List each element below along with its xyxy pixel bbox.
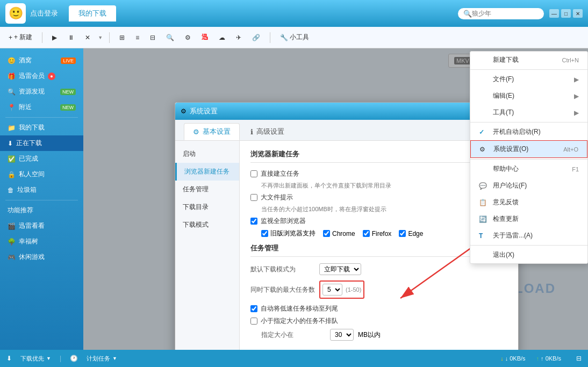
context-menu-item-file[interactable]: 文件(F) ▶ (470, 71, 587, 88)
firefox-checkbox[interactable] (363, 230, 370, 237)
sidebar-item-jiuwo[interactable]: 😊 酒窝 LIVE (0, 53, 83, 68)
modal-tabs: ⚙ 基本设置 ℹ 高级设置 (175, 120, 518, 141)
settings-button[interactable]: ⚙ (182, 32, 194, 43)
large-file-checkbox[interactable] (250, 194, 257, 201)
checkmark-icon: ✓ (479, 128, 490, 136)
copy-button[interactable]: ⊟ (147, 32, 159, 43)
context-menu-item-update[interactable]: 🔄 检查更新 (470, 211, 587, 227)
app-logo: 🙂 (5, 3, 26, 24)
scheduled-task-button[interactable]: 计划任务 ▼ (87, 355, 117, 363)
layout-toggle-button[interactable]: ⊟ (576, 355, 582, 362)
monitor-browser-checkbox[interactable] (250, 218, 257, 225)
sidebar-item-happiness-tree[interactable]: 🌳 幸福树 (0, 234, 83, 249)
maximize-button[interactable]: □ (561, 9, 571, 18)
size-spec-select[interactable]: 30 (330, 329, 354, 341)
delete-button[interactable]: ✕ (82, 32, 94, 43)
new-download-button[interactable]: + + 新建 (5, 31, 35, 44)
modal-nav-browser[interactable]: 浏览器新建任务 (175, 163, 239, 181)
priority-dropdown-icon: ▼ (46, 356, 51, 361)
xunlei-watch-icon: 🎬 (8, 222, 16, 230)
context-menu-item-tools[interactable]: 工具(T) ▶ (470, 104, 587, 121)
sidebar-item-nearby[interactable]: 📍 附近 NEW (0, 99, 83, 115)
close-button[interactable]: ✕ (573, 9, 583, 18)
context-menu-item-exit[interactable]: 退出(X) (470, 247, 587, 263)
chrome-checkbox[interactable] (323, 230, 330, 237)
search-button[interactable]: 🔍 (163, 32, 177, 43)
sidebar-jiuwo-label: 酒窝 (19, 56, 32, 65)
tools-icon: 🔧 (280, 34, 288, 41)
sidebar-item-games[interactable]: 🎮 休闲游戏 (0, 249, 83, 265)
login-button[interactable]: 点击登录 (30, 9, 58, 18)
sidebar-item-vip[interactable]: 🎁 迅雷会员 ● (0, 68, 83, 84)
modal-title: 系统设置 (190, 106, 218, 116)
sidebar-trash-label: 垃圾箱 (17, 185, 37, 195)
sidebar-item-xunlei-watch[interactable]: 🎬 迅雷看看 (0, 218, 83, 234)
context-new-download-shortcut: Ctrl+N (562, 57, 579, 63)
cloud-icon: ☁ (219, 34, 225, 41)
chrome-label: Chrome (332, 230, 355, 238)
context-menu-item-edit[interactable]: 编辑(E) ▶ (470, 88, 587, 104)
sidebar-item-private[interactable]: 🔒 私人空间 (0, 167, 83, 182)
minimize-button[interactable]: — (549, 9, 559, 18)
sidebar-item-mydownload[interactable]: 📁 我的下载 (0, 120, 83, 135)
list-icon: ≡ (135, 34, 139, 41)
context-menu-item-forum[interactable]: 💬 用户论坛(F) (470, 177, 587, 194)
sidebar-item-completed[interactable]: ✅ 已完成 (0, 151, 83, 167)
tools-button[interactable]: 🔧 小工具 (277, 31, 312, 44)
sidebar-item-resource[interactable]: 🔍 资源发现 NEW (0, 84, 83, 99)
context-menu-sep-4 (470, 245, 587, 246)
down-arrow-icon: ↓ (500, 355, 504, 362)
nearby-new-badge: NEW (60, 104, 76, 111)
modal-nav-task-mgmt[interactable]: 任务管理 (175, 181, 239, 198)
context-menu-item-help[interactable]: 帮助中心 F1 (470, 161, 587, 177)
legacy-browser-checkbox[interactable] (261, 230, 268, 237)
search-input[interactable] (472, 10, 539, 17)
modal-tab-basic[interactable]: ⚙ 基本设置 (184, 123, 240, 140)
plus-icon: + (9, 34, 12, 41)
sidebar-xunlei-watch-label: 迅雷看看 (19, 221, 45, 231)
monitor-browser-row: 监视全部浏览器 (250, 217, 507, 226)
downloading-icon: ⬇ (8, 140, 13, 147)
private-icon: 🔒 (8, 171, 16, 178)
context-menu-item-autostart[interactable]: ✓ 开机自动启动(R) (470, 124, 587, 140)
default-mode-select[interactable]: 立即下载 (319, 263, 361, 275)
default-mode-row: 默认下载模式为 立即下载 (250, 263, 507, 275)
fly-button[interactable]: ✈ (233, 32, 245, 43)
legacy-browser-label: 旧版浏览器支持 (270, 229, 315, 238)
context-tools-label: 工具(T) (493, 108, 514, 117)
arrow-right-3-icon: ▶ (574, 109, 579, 117)
sidebar-games-label: 休闲游戏 (19, 253, 45, 262)
direct-task-checkbox[interactable] (250, 170, 257, 177)
toolbar-separator-1 (42, 32, 42, 43)
max-tasks-select[interactable]: 5 (322, 284, 342, 296)
play-button[interactable]: ▶ (49, 32, 60, 43)
auto-move-checkbox[interactable] (250, 305, 257, 312)
grid-view-button[interactable]: ⊞ (116, 32, 128, 43)
sidebar-item-trash[interactable]: 🗑 垃圾箱 (0, 182, 83, 198)
app-window: 🙂 点击登录 我的下载 🔍 — □ ✕ + + 新建 ▶ ⏸ ✕ ▼ ⊞ ≡ ⊟… (0, 0, 588, 367)
arrow-right-icon: ▶ (574, 76, 579, 83)
sidebar-completed-label: 已完成 (19, 154, 38, 163)
settings-menu-icon: ⚙ (479, 146, 490, 153)
context-menu-item-feedback[interactable]: 📋 意见反馈 (470, 194, 587, 211)
exclude-small-checkbox[interactable] (250, 318, 257, 325)
context-settings-shortcut: Alt+O (563, 146, 578, 153)
context-menu-item-settings[interactable]: ⚙ 系统设置(O) Alt+O (470, 140, 587, 158)
context-menu-item-new-download[interactable]: 新建下载 Ctrl+N (470, 52, 587, 68)
context-menu-item-about[interactable]: T 关于迅雷...(A) (470, 227, 587, 244)
modal-nav-download-dir[interactable]: 下载目录 (175, 198, 239, 216)
vip-button[interactable]: 迅 (198, 31, 211, 44)
modal-nav-startup[interactable]: 启动 (175, 145, 239, 163)
default-mode-label: 默认下载模式为 (250, 265, 315, 274)
sidebar-divider-2 (5, 200, 78, 200)
sidebar-item-downloading[interactable]: ⬇ 正在下载 (0, 135, 83, 151)
edge-checkbox[interactable] (399, 230, 406, 237)
pause-button[interactable]: ⏸ (64, 32, 77, 43)
modal-nav-download-mode[interactable]: 下载模式 (175, 216, 239, 234)
download-priority-button[interactable]: 下载优先 ▼ (20, 355, 51, 363)
modal-tab-advanced[interactable]: ℹ 高级设置 (242, 123, 293, 140)
cloud-button[interactable]: ☁ (216, 32, 228, 43)
link-button[interactable]: 🔗 (249, 32, 263, 43)
my-download-tab[interactable]: 我的下载 (69, 5, 116, 21)
list-view-button[interactable]: ≡ (132, 32, 142, 43)
